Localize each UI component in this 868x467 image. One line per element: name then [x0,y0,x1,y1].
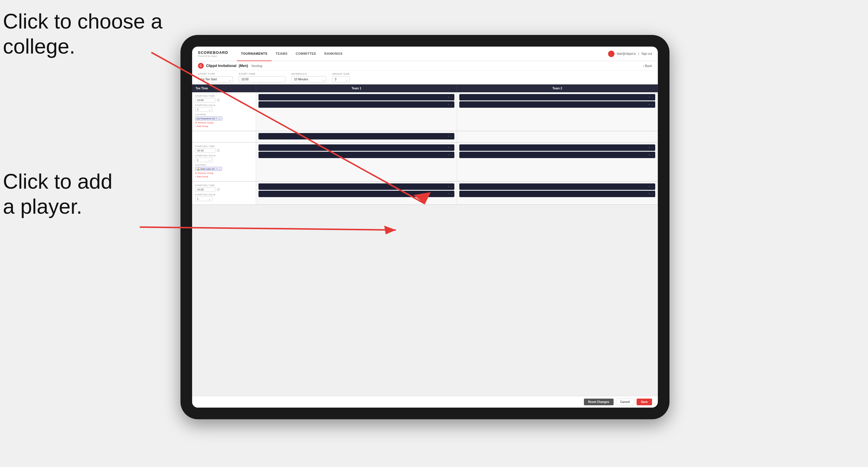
slot-x-2-2[interactable]: × [649,103,650,106]
col-tee-time: Tee Time [192,85,256,92]
start-time-input[interactable] [239,76,285,83]
intervals-select-wrapper: 10 Minutes [291,76,326,83]
gender-badge: (Men) [239,64,248,68]
slot-chev-2-1[interactable]: ⌄ [651,96,653,99]
starting-time-input-3[interactable] [195,187,215,192]
user-avatar [608,51,615,57]
remove-group-btn-2[interactable]: ⊖ Remove Group [195,172,213,175]
player-slot-g3-1-1[interactable]: × ⌄ [258,183,454,190]
course-tag-2[interactable]: ⛳ East Lake GC × ⌄ [195,167,222,171]
group-actions-2: ⊖ Remove Group [195,172,253,175]
slot-x-icon[interactable]: × [448,96,449,99]
slot-chevron-icon-2[interactable]: ⌄ [450,103,453,106]
starting-time-field-3: 🕐 [195,187,253,192]
cancel-button[interactable]: Cancel [616,399,634,405]
starting-time-field-2: 🕐 [195,148,253,153]
tablet-frame: SCOREBOARD Powered by clippd TOURNAMENTS… [181,35,670,419]
tournament-name: Clippd Invitational [206,64,236,68]
course-field-1: (A) Peachtree GC × ⌄ [195,117,253,121]
starting-hole-select-2[interactable]: 1 [195,157,213,162]
back-button[interactable]: ‹ Back [643,64,652,67]
annotation-top-line1: Click to choose a [3,10,162,33]
tee-group-1b: × ⌄ [192,131,658,143]
course-remove-2[interactable]: × [216,167,217,170]
hosting-badge: Hosting [251,64,262,67]
tablet-screen: SCOREBOARD Powered by clippd TOURNAMENTS… [192,46,658,408]
starting-time-input-1[interactable] [195,98,215,102]
course-expand-1[interactable]: ⌄ [219,117,221,120]
slot-actions-2-1: × ⌄ [649,96,653,99]
intervals-select[interactable]: 10 Minutes [291,76,326,83]
annotation-middle-line2: a player. [3,195,82,218]
intervals-label: Intervals [291,72,326,75]
start-type-select[interactable]: 1st Tee Start [198,76,233,83]
player-slot-2-1[interactable]: × ⌄ [459,94,655,100]
col-team1: Team 1 [256,85,457,92]
player-slot-1-2[interactable]: × ⌄ [258,101,454,108]
player-slot-g2-2-1[interactable]: × ⌄ [459,145,655,151]
tab-teams[interactable]: TEAMS [272,46,292,61]
player-slot-g2-2-2[interactable]: × ⌄ [459,152,655,158]
annotation-top-line2: college. [3,35,75,58]
slot-chev-2-2[interactable]: ⌄ [651,103,653,106]
starting-hole-select-3[interactable]: 1 [195,196,213,201]
team2-1b [457,131,658,142]
player-slot-1b-1[interactable]: × ⌄ [258,133,454,139]
starting-time-label-1: STARTING TIME: [195,95,253,97]
tee-group-1: STARTING TIME: 🕐 STARTING HOLE: 1 COUR [192,92,658,131]
player-slot-g2-1-2[interactable]: × ⌄ [258,152,454,158]
starting-hole-field-1: 1 [195,107,253,112]
slot-x-2-1[interactable]: × [649,96,650,99]
tab-committee[interactable]: COMMITTEE [292,46,320,61]
app-header: SCOREBOARD Powered by clippd TOURNAMENTS… [192,46,658,61]
starting-time-label-2: STARTING TIME: [195,145,253,148]
course-expand-2[interactable]: ⌄ [218,168,220,170]
team1-col-3: × ⌄ × ⌄ [256,182,457,205]
sub-header: C Clippd Invitational (Men) Hosting ‹ Ba… [192,61,658,71]
course-tag-1[interactable]: (A) Peachtree GC × ⌄ [195,117,222,121]
starting-hole-label-2: STARTING HOLE: [195,154,253,157]
c-logo: C [198,63,204,69]
player-slot-g3-1-2[interactable]: × ⌄ [258,191,454,197]
starting-hole-select-1[interactable]: 1 [195,107,213,112]
sign-out-link[interactable]: Sign out [641,52,652,55]
header-right: blair@clippd.io | Sign out [608,51,652,57]
starting-hole-field-2: 1 [195,157,253,162]
player-slot-g2-1-1[interactable]: × ⌄ [258,145,454,151]
player-slot-g3-2-2[interactable]: × ⌄ [459,191,655,197]
player-slot-1-1[interactable]: × ⌄ [258,94,454,100]
add-group-btn-1[interactable]: + Add Group [195,125,208,127]
player-slot-2-2[interactable]: × ⌄ [459,101,655,108]
brand-sub: Powered by clippd [198,55,228,57]
add-group-btn-2[interactable]: + Add Group [195,175,208,178]
remove-group-btn-1[interactable]: ⊖ Remove Group [195,121,213,124]
slot-chevron-icon[interactable]: ⌄ [450,96,453,99]
main-content[interactable]: STARTING TIME: 🕐 STARTING HOLE: 1 COUR [192,92,658,396]
starting-time-input-2[interactable] [195,148,215,153]
tee-group-2: STARTING TIME: 🕐 STARTING HOLE: 1 COUR [192,143,658,182]
time-icon-1: 🕐 [217,99,220,102]
course-remove-1[interactable]: × [216,117,218,120]
reset-changes-button[interactable]: Reset Changes [584,399,614,405]
slot-actions-1b-1: × ⌄ [448,135,453,138]
group-size-label: Group Size [332,72,349,75]
tee-left-1: STARTING TIME: 🕐 STARTING HOLE: 1 COUR [192,92,256,131]
annotation-top: Click to choose a college. [3,9,162,59]
tab-tournaments[interactable]: TOURNAMENTS [237,46,272,61]
player-slot-g3-2-1[interactable]: × ⌄ [459,183,655,190]
start-time-label: Start Time [239,72,285,75]
save-button[interactable]: Save [637,399,652,405]
starting-hole-label-1: STARTING HOLE: [195,104,253,106]
slot-actions-1-2: × ⌄ [448,103,453,106]
slot-x-icon-2[interactable]: × [448,103,449,106]
course-label-2: COURSE: [195,164,253,166]
tee-left-1b [192,131,256,142]
group-size-group: Group Size 3 [332,72,349,83]
separator: | [638,52,639,55]
group-size-select[interactable]: 3 [332,76,349,83]
time-icon-2: 🕐 [217,149,220,152]
nav-tabs: TOURNAMENTS TEAMS COMMITTEE RANKINGS [237,46,608,61]
col-team2: Team 2 [457,85,658,92]
tab-rankings[interactable]: RANKINGS [320,46,347,61]
tee-left-3: STARTING TIME: 🕐 STARTING HOLE: 1 [192,182,256,205]
